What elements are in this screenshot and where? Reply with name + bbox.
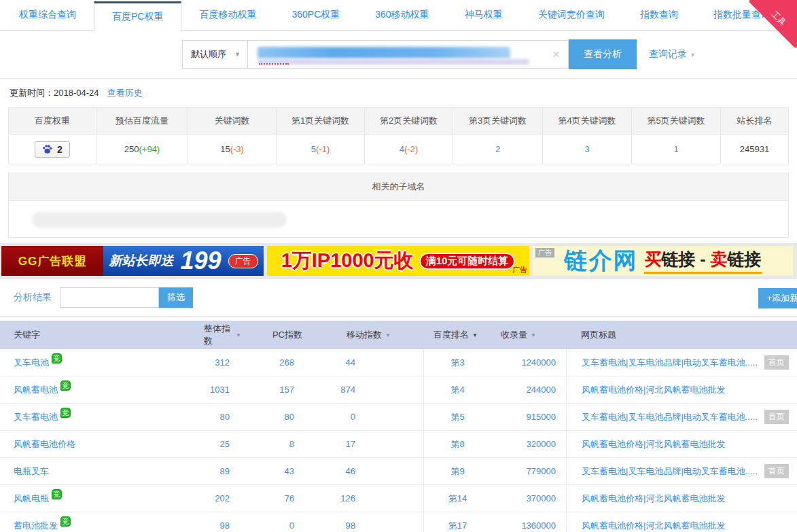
indexed-count-value: 779000 [491,458,566,484]
ad-banner-gg[interactable]: GG广告联盟 新站长即送 199 广告 [1,246,264,276]
sort-caret-icon[interactable]: ▼ [236,332,241,338]
query-history-link[interactable]: 查询记录▼ [649,48,696,60]
clear-icon[interactable]: × [552,47,560,62]
baidu-rank-value: 第17 [423,512,491,532]
search-row: 默认顺序 ▼ × 查看分析 查询记录▼ [182,40,797,69]
mobile-index-value: 44 [335,349,423,376]
column-header-4[interactable]: 移动指数▼ [335,321,423,349]
bid-icon: 竞 [60,408,71,418]
add-keyword-button[interactable]: +添加新 [758,288,797,308]
baidu-weight-value: 2 [57,144,63,155]
pc-index-value: 0 [260,512,335,532]
page-title-link[interactable]: 风帆蓄电池价格|河北风帆蓄电池批发 [582,493,725,505]
tab-shenma-weight[interactable]: 神马权重 [447,0,520,30]
ad-banner-lianjie[interactable]: 广告 链介网 买链接 - 卖链接 [533,246,793,276]
overall-index-value: 202 [204,485,260,512]
baidu-rank-value: 第5 [423,404,491,430]
page-title-link[interactable]: 风帆蓄电池价格|河北风帆蓄电池批发 [582,520,725,532]
tab-baidu-pc-weight[interactable]: 百度PC权重 [94,1,181,31]
bid-icon: 竞 [52,489,62,499]
pc-index-value: 8 [260,431,335,457]
keyword-link[interactable]: 蓄电池批发 [14,520,58,532]
pc-index-value: 157 [260,376,335,403]
keyword-link[interactable]: 叉车蓄电池 [14,411,58,423]
keyword-link[interactable]: 风帆电瓶 [14,493,49,505]
column-header-2[interactable]: 整体指数▼ [204,321,260,349]
page-title-link[interactable]: 叉车蓄电池|叉车电池品牌|电动叉车蓄电池..... [582,465,758,478]
baidu-rank-value: 第8 [423,431,491,457]
subdomain-title: 相关的子域名 [9,173,788,200]
table-row: 电瓶叉车 89 43 46 第9 779000 叉车蓄电池|叉车电池品牌|电动叉… [0,458,797,485]
baidu-rank-value: 第14 [423,485,491,512]
sort-caret-icon[interactable]: ▼ [385,332,391,338]
mobile-index-value: 126 [335,485,423,512]
spellcheck-underline [259,63,289,65]
overall-index-value: 1031 [204,376,260,403]
pc-index-value: 268 [260,349,335,376]
keyword-table: 关键字整体指数▼PC指数移动指数▼百度排名▼收录量▼网页标题 叉车电池竞 312… [0,321,797,532]
summary-table-body: 2 250(+94) 15(-3) 5(-1) 4(-2) 2 3 1 2459… [9,134,788,164]
query-input[interactable]: × [248,40,569,69]
mobile-index-value: 98 [335,512,423,532]
tab-weight-combined[interactable]: 权重综合查询 [1,0,94,30]
column-header-5[interactable]: 百度排名▼ [423,321,491,349]
sort-caret-icon[interactable]: ▼ [531,332,536,338]
filter-button[interactable]: 筛选 [159,287,193,308]
baidu-weight-badge[interactable]: 2 [35,141,70,158]
subdomain-body [9,200,788,237]
traffic-cell: 250(+94) [96,134,188,164]
keyword-count-cell: 15(-3) [188,134,276,164]
tab-baidu-mobile-weight[interactable]: 百度移动权重 [181,0,274,30]
blurred-subdomain[interactable] [32,212,287,228]
keyword-link[interactable]: 电瓶叉车 [14,465,49,478]
keyword-table-header: 关键字整体指数▼PC指数移动指数▼百度排名▼收录量▼网页标题 [0,321,797,349]
ad-ip-pill: 满10元可随时结算 [419,253,516,270]
view-history-link[interactable]: 查看历史 [107,87,143,99]
tab-index-batch-query[interactable]: 指数批量查询 [696,0,788,30]
page-title-link[interactable]: 叉车蓄电池|叉车电池品牌|电动叉车蓄电池..... [582,411,758,423]
baidu-rank-value: 第9 [423,458,491,484]
page3-count-cell: 2 [453,134,542,164]
ad-badge: 广告 [535,248,554,258]
tab-index-query[interactable]: 指数查询 [622,0,696,30]
indexed-count-value: 370000 [491,485,566,512]
chevron-down-icon: ▼ [690,52,696,58]
indexed-count-value: 244000 [491,376,566,403]
indexed-count-value: 915000 [491,404,566,430]
divider [0,78,797,79]
column-header-6[interactable]: 收录量▼ [491,321,566,349]
overall-index-value: 25 [204,431,260,457]
baidu-rank-value: 第3 [423,349,491,376]
sort-order-select[interactable]: 默认顺序 ▼ [182,40,248,69]
sort-caret-icon[interactable]: ▼ [472,332,478,338]
table-row: 风帆电瓶竞 202 76 126 第14 370000 风帆蓄电池价格|河北风帆… [0,485,797,512]
table-row: 风帆蓄电池竞 1031 157 874 第4 244000 风帆蓄电池价格|河北… [0,376,797,404]
keyword-link[interactable]: 风帆蓄电池 [14,384,58,396]
ad-badge: 广告 [228,254,258,268]
ad-lianjie-text: 买链接 - 卖链接 [644,248,761,274]
keyword-link[interactable]: 叉车电池 [14,357,49,369]
page-title-link[interactable]: 风帆蓄电池价格|河北风帆蓄电池批发 [582,384,725,396]
page-title-link[interactable]: 叉车蓄电池|叉车电池品牌|电动叉车蓄电池..... [582,357,758,369]
baidu-rank-value: 第4 [423,376,491,403]
tab-360-pc-weight[interactable]: 360PC权重 [274,0,357,30]
analysis-result-label: 分析结果 [14,291,52,304]
filter-input[interactable] [60,287,159,308]
summary-header-cell: 站长排名 [720,108,788,134]
analyze-button[interactable]: 查看分析 [569,39,637,69]
indexed-count-value: 320000 [491,431,566,457]
summary-table-header: 百度权重预估百度流量关键词数第1页关键词数第2页关键词数第3页关键词数第4页关键… [9,108,788,134]
summary-header-cell: 预估百度流量 [96,108,188,134]
tab-360-mobile-weight[interactable]: 360移动权重 [357,0,446,30]
page-title-link[interactable]: 风帆蓄电池价格|河北风帆蓄电池批发 [582,438,725,450]
summary-header-cell: 关键词数 [188,108,276,134]
ad-banner-ip[interactable]: 1万IP1000元收 满10元可随时结算 广告 [267,246,529,276]
homepage-badge: 首页 [764,355,789,370]
keyword-link[interactable]: 风帆蓄电池价格 [14,438,75,450]
table-row: 风帆蓄电池价格 25 8 17 第8 320000 风帆蓄电池价格|河北风帆蓄电… [0,431,797,458]
subdomain-section: 相关的子域名 [8,173,789,238]
column-header-7: 网页标题 [566,321,797,349]
tab-keyword-bid-query[interactable]: 关键词竞价查询 [520,0,622,30]
mobile-index-value: 0 [335,404,423,430]
indexed-count-value: 1240000 [491,349,566,376]
